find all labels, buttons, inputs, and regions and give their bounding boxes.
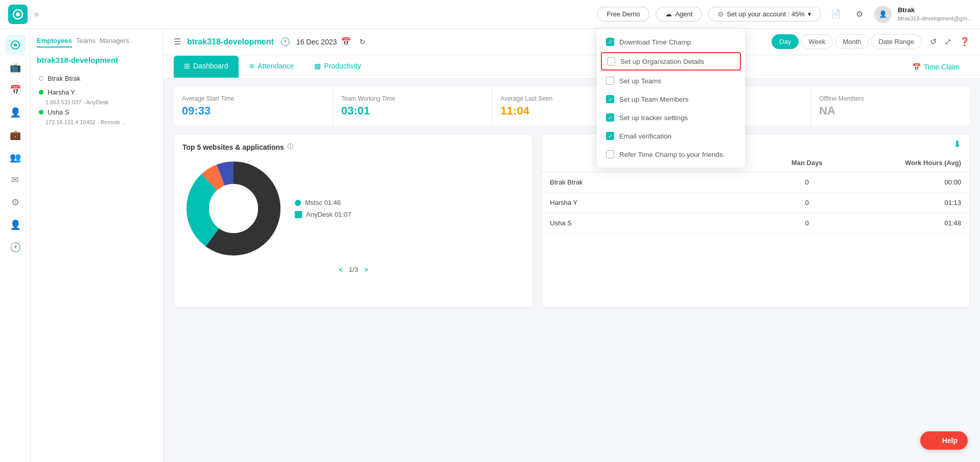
stat-avg-start: Average Start Time 09:33: [174, 87, 333, 126]
person-circle-icon: ⊙: [718, 10, 724, 18]
stat-team-working-value: 03:01: [341, 104, 370, 118]
dropdown-item-tracker-settings[interactable]: ✓ Set up tracker settings: [597, 108, 745, 127]
dropdown-item-teams[interactable]: Set up Teams: [597, 72, 745, 90]
time-icon[interactable]: 🕐: [280, 37, 290, 47]
row-man-days: 0: [756, 199, 858, 206]
document-icon-button[interactable]: 📄: [827, 6, 845, 23]
settings-icon-button[interactable]: ⚙: [851, 6, 868, 23]
dropdown-item-download[interactable]: ✓ Download Time Champ: [597, 33, 745, 51]
user-name: Btrak: [898, 6, 972, 15]
agent-button[interactable]: ☁ Agent: [656, 7, 702, 21]
time-claim-label: Time Claim: [924, 63, 960, 71]
sidebar-activity-icon[interactable]: [5, 35, 26, 55]
month-button[interactable]: Month: [835, 34, 869, 49]
dropdown-label-tracker-settings: Set up tracker settings: [619, 114, 688, 122]
row-name: Harsha Y: [550, 199, 755, 206]
list-item: Btrak Btrak: [37, 72, 157, 85]
chart-section: Top 5 websites & applications ⓘ: [174, 134, 533, 308]
calendar-picker-icon[interactable]: 📅: [341, 37, 351, 47]
sidebar-admin-icon[interactable]: 👤: [5, 215, 26, 235]
stats-row: Average Start Time 09:33 Team Working Ti…: [174, 87, 970, 126]
dropdown-label-teams: Set up Teams: [619, 77, 661, 85]
employee-name: Usha S: [48, 108, 69, 116]
dropdown-item-org-details[interactable]: Set up Organization Details: [601, 52, 741, 71]
status-online-dot: [39, 90, 43, 95]
col-work-hours: Work Hours (Avg): [858, 159, 961, 167]
sidebar-settings-icon[interactable]: ⚙: [5, 192, 26, 213]
svg-point-8: [209, 184, 258, 233]
checkbox-refer: [606, 150, 614, 158]
date-text: 16 Dec 2023: [296, 38, 337, 46]
secondary-sidebar: Employees Teams Managers btrak318-develo…: [31, 29, 164, 462]
free-demo-button[interactable]: Free Demo: [597, 7, 649, 21]
help-button[interactable]: ❓ Help: [920, 431, 968, 450]
sidebar-tabs: Employees Teams Managers: [37, 37, 157, 48]
tab-time-claim[interactable]: 📅 Time Claim: [902, 57, 970, 77]
chart-title-text: Top 5 websites & applications: [182, 143, 284, 151]
chart-pagination: < 1/3 >: [182, 266, 524, 273]
nav-expand-icon[interactable]: »: [34, 9, 39, 19]
setup-account-button[interactable]: ⊙ Set up your account : 45% ▾: [708, 7, 821, 21]
productivity-tab-icon: ▦: [314, 62, 321, 70]
list-item: Harsha Y: [37, 85, 157, 99]
tab-productivity[interactable]: ▦ Productivity: [304, 56, 371, 78]
sidebar-mail-icon[interactable]: ✉: [5, 170, 26, 190]
stat-offline-members: Offline Members NA: [811, 87, 970, 126]
expand-icon[interactable]: ⤢: [945, 37, 951, 47]
donut-container: Mstsc 01:46 AnyDesk 01:07: [182, 157, 524, 260]
tab-dashboard[interactable]: ⊞ Dashboard: [174, 56, 239, 78]
account-setup-dropdown: ✓ Download Time Champ Set up Organizatio…: [597, 29, 745, 168]
table-row: Harsha Y 0 01:13: [542, 193, 969, 213]
dropdown-label-org-details: Set up Organization Details: [620, 58, 704, 65]
app-logo[interactable]: [8, 5, 28, 24]
row-work-hours: 00:00: [858, 178, 961, 186]
prev-page-button[interactable]: <: [339, 266, 343, 273]
employee-sub-info: 172.16.131.4:10402 - Remote ..: [45, 119, 157, 125]
legend-dot-mstsc: [295, 200, 301, 206]
svg-point-3: [14, 43, 17, 47]
sidebar-person-icon[interactable]: 👤: [5, 102, 26, 123]
help-circle-icon[interactable]: ❓: [960, 37, 970, 47]
tab-managers[interactable]: Managers: [100, 37, 129, 48]
tab-employees[interactable]: Employees: [37, 37, 72, 48]
sidebar-clock-icon[interactable]: 🕐: [5, 237, 26, 258]
status-online-dot: [39, 110, 43, 114]
dropdown-item-refer[interactable]: Refer Time Champ to your friends.: [597, 145, 745, 164]
col-man-days: Man Days: [756, 159, 858, 167]
dropdown-item-email-verification[interactable]: ✓ Email verification: [597, 127, 745, 145]
list-item: Usha S: [37, 105, 157, 119]
tab-attendance[interactable]: ≋ Attendance: [239, 56, 305, 78]
chart-legend: Mstsc 01:46 AnyDesk 01:07: [295, 199, 351, 218]
next-page-button[interactable]: >: [364, 266, 368, 273]
avatar: 👤: [874, 6, 892, 23]
legend-dot-anydesk: [295, 211, 302, 218]
sidebar-team-icon[interactable]: 👥: [5, 147, 26, 168]
chart-title: Top 5 websites & applications ⓘ: [182, 143, 524, 151]
tab-teams[interactable]: Teams: [76, 37, 96, 48]
row-man-days: 0: [756, 219, 858, 227]
refresh-icon[interactable]: ↻: [359, 37, 366, 47]
sidebar-briefcase-icon[interactable]: 💼: [5, 125, 26, 145]
sidebar-calendar-icon[interactable]: 📅: [5, 80, 26, 100]
sidebar-tv-icon[interactable]: 📺: [5, 57, 26, 78]
week-button[interactable]: Week: [801, 34, 833, 49]
page-indicator: 1/3: [349, 266, 358, 273]
legend-item: Mstsc 01:46: [295, 199, 351, 206]
refresh-action-icon[interactable]: ↺: [930, 37, 937, 47]
row-man-days: 0: [756, 178, 858, 186]
dashboard-tab-label: Dashboard: [193, 62, 228, 70]
stat-offline-members-value: NA: [819, 104, 835, 118]
stat-avg-last-seen-label: Average Last Seen: [501, 95, 553, 102]
row-work-hours: 01:13: [858, 199, 961, 206]
row-work-hours: 01:48: [858, 219, 961, 227]
dropdown-label-email-verification: Email verification: [619, 132, 671, 140]
dropdown-item-team-members[interactable]: ✓ Set up Team Members: [597, 90, 745, 108]
day-button[interactable]: Day: [772, 34, 799, 49]
dashboard-tab-icon: ⊞: [184, 62, 190, 70]
org-title: btrak318-development: [187, 37, 274, 47]
stat-offline-members-label: Offline Members: [819, 95, 864, 102]
checkbox-team-members: ✓: [606, 95, 614, 103]
hamburger-icon[interactable]: ☰: [174, 37, 181, 47]
date-range-button[interactable]: Date Range: [871, 34, 922, 49]
dropdown-label-download: Download Time Champ: [619, 38, 691, 46]
